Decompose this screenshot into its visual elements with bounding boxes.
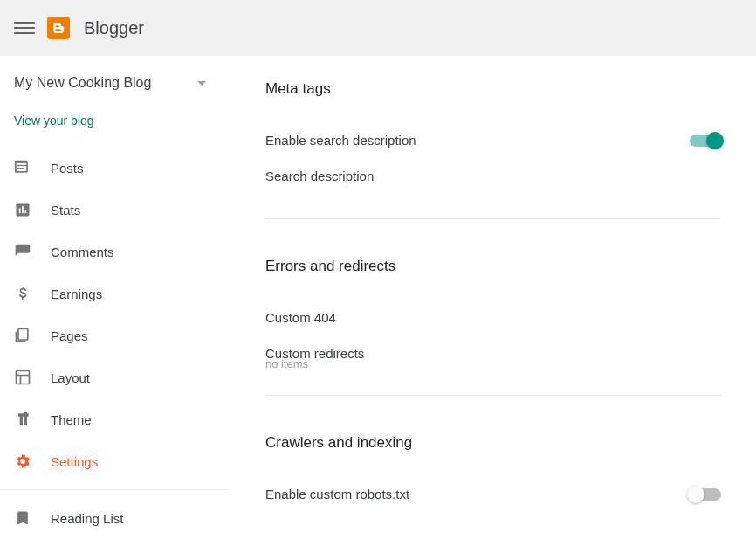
sidebar-item-label: Stats bbox=[51, 203, 80, 218]
sidebar-item-earnings[interactable]: Earnings bbox=[0, 273, 227, 314]
sidebar-item-label: Comments bbox=[51, 245, 114, 259]
sidebar-item-pages[interactable]: Pages bbox=[0, 314, 227, 356]
divider bbox=[265, 218, 721, 219]
sidebar-item-label: Posts bbox=[51, 161, 84, 176]
setting-label: Search description bbox=[265, 169, 374, 183]
blog-name: My New Cooking Blog bbox=[14, 75, 151, 91]
stats-icon bbox=[14, 201, 31, 218]
theme-icon bbox=[14, 411, 31, 428]
blog-selector[interactable]: My New Cooking Blog bbox=[0, 72, 227, 94]
top-bar: Blogger bbox=[0, 0, 756, 56]
sidebar-item-settings[interactable]: Settings bbox=[0, 440, 227, 482]
setting-custom-404[interactable]: Custom 404 bbox=[265, 300, 721, 335]
section-title-meta-tags: Meta tags bbox=[265, 80, 721, 98]
menu-icon[interactable] bbox=[14, 17, 35, 38]
setting-search-description[interactable]: Search description bbox=[265, 158, 721, 194]
gear-icon bbox=[14, 453, 31, 470]
sidebar-item-theme[interactable]: Theme bbox=[0, 398, 227, 440]
pages-icon bbox=[14, 327, 31, 344]
section-title-errors: Errors and redirects bbox=[265, 258, 721, 275]
svg-rect-4 bbox=[25, 210, 27, 213]
sidebar-item-label: Layout bbox=[51, 370, 90, 385]
sidebar-item-label: Theme bbox=[51, 412, 92, 427]
divider bbox=[0, 489, 227, 490]
sidebar-item-reading-list[interactable]: Reading List bbox=[0, 497, 227, 539]
setting-label: Custom 404 bbox=[265, 310, 336, 325]
sidebar-item-layout[interactable]: Layout bbox=[0, 356, 227, 398]
sidebar-item-label: Settings bbox=[51, 454, 98, 469]
svg-rect-5 bbox=[18, 329, 28, 341]
divider bbox=[265, 395, 721, 396]
posts-icon bbox=[14, 159, 31, 176]
setting-enable-search-description[interactable]: Enable search description bbox=[265, 122, 721, 158]
sidebar-item-comments[interactable]: Comments bbox=[0, 231, 227, 273]
svg-rect-3 bbox=[22, 206, 24, 213]
settings-content: Meta tags Enable search description Sear… bbox=[227, 56, 756, 539]
setting-label: Enable custom robots.txt bbox=[265, 487, 409, 501]
setting-label: Enable search description bbox=[265, 133, 416, 148]
sidebar: My New Cooking Blog View your blog Posts… bbox=[0, 56, 227, 539]
sidebar-item-label: Pages bbox=[51, 328, 88, 343]
setting-enable-robots[interactable]: Enable custom robots.txt bbox=[265, 476, 721, 512]
sidebar-item-label: Reading List bbox=[51, 511, 123, 526]
toggle-enable-robots[interactable] bbox=[690, 488, 721, 501]
toggle-enable-search-description[interactable] bbox=[690, 135, 721, 147]
view-blog-link[interactable]: View your blog bbox=[0, 94, 227, 147]
layout-icon bbox=[14, 369, 31, 386]
svg-rect-2 bbox=[19, 208, 21, 213]
blogger-logo[interactable] bbox=[47, 17, 70, 39]
earnings-icon bbox=[14, 285, 31, 302]
app-title: Blogger bbox=[84, 18, 144, 38]
sidebar-item-stats[interactable]: Stats bbox=[0, 189, 227, 231]
sidebar-item-label: Earnings bbox=[51, 287, 102, 301]
section-title-crawlers: Crawlers and indexing bbox=[265, 434, 721, 452]
chevron-down-icon bbox=[197, 81, 206, 86]
svg-rect-6 bbox=[17, 371, 30, 384]
sidebar-item-posts[interactable]: Posts bbox=[0, 147, 227, 189]
comments-icon bbox=[14, 243, 31, 260]
bookmark-icon bbox=[14, 509, 31, 527]
